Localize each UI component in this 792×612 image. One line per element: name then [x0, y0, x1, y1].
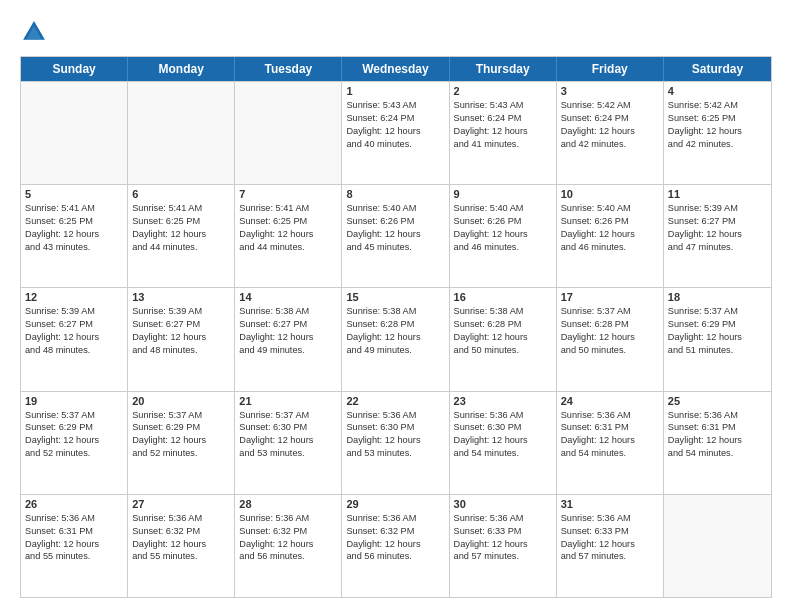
- week-row-3: 19Sunrise: 5:37 AM Sunset: 6:29 PM Dayli…: [21, 391, 771, 494]
- week-row-0: 1Sunrise: 5:43 AM Sunset: 6:24 PM Daylig…: [21, 81, 771, 184]
- calendar-cell: 18Sunrise: 5:37 AM Sunset: 6:29 PM Dayli…: [664, 288, 771, 390]
- page: SundayMondayTuesdayWednesdayThursdayFrid…: [0, 0, 792, 612]
- calendar-cell: [21, 82, 128, 184]
- calendar-cell: 14Sunrise: 5:38 AM Sunset: 6:27 PM Dayli…: [235, 288, 342, 390]
- calendar-cell: 5Sunrise: 5:41 AM Sunset: 6:25 PM Daylig…: [21, 185, 128, 287]
- cell-info: Sunrise: 5:36 AM Sunset: 6:33 PM Dayligh…: [561, 513, 635, 562]
- calendar-cell: 24Sunrise: 5:36 AM Sunset: 6:31 PM Dayli…: [557, 392, 664, 494]
- cell-info: Sunrise: 5:41 AM Sunset: 6:25 PM Dayligh…: [25, 203, 99, 252]
- calendar-cell: 21Sunrise: 5:37 AM Sunset: 6:30 PM Dayli…: [235, 392, 342, 494]
- week-row-2: 12Sunrise: 5:39 AM Sunset: 6:27 PM Dayli…: [21, 287, 771, 390]
- day-number: 22: [346, 395, 444, 407]
- cell-info: Sunrise: 5:43 AM Sunset: 6:24 PM Dayligh…: [346, 100, 420, 149]
- cell-info: Sunrise: 5:39 AM Sunset: 6:27 PM Dayligh…: [25, 306, 99, 355]
- calendar-cell: 27Sunrise: 5:36 AM Sunset: 6:32 PM Dayli…: [128, 495, 235, 597]
- calendar-cell: 8Sunrise: 5:40 AM Sunset: 6:26 PM Daylig…: [342, 185, 449, 287]
- day-number: 23: [454, 395, 552, 407]
- cell-info: Sunrise: 5:39 AM Sunset: 6:27 PM Dayligh…: [668, 203, 742, 252]
- week-row-1: 5Sunrise: 5:41 AM Sunset: 6:25 PM Daylig…: [21, 184, 771, 287]
- day-number: 20: [132, 395, 230, 407]
- calendar-cell: 4Sunrise: 5:42 AM Sunset: 6:25 PM Daylig…: [664, 82, 771, 184]
- calendar-header: SundayMondayTuesdayWednesdayThursdayFrid…: [21, 57, 771, 81]
- day-number: 18: [668, 291, 767, 303]
- day-number: 19: [25, 395, 123, 407]
- day-number: 4: [668, 85, 767, 97]
- calendar-cell: 23Sunrise: 5:36 AM Sunset: 6:30 PM Dayli…: [450, 392, 557, 494]
- header-day-monday: Monday: [128, 57, 235, 81]
- calendar-cell: 28Sunrise: 5:36 AM Sunset: 6:32 PM Dayli…: [235, 495, 342, 597]
- cell-info: Sunrise: 5:37 AM Sunset: 6:29 PM Dayligh…: [668, 306, 742, 355]
- cell-info: Sunrise: 5:36 AM Sunset: 6:32 PM Dayligh…: [132, 513, 206, 562]
- cell-info: Sunrise: 5:37 AM Sunset: 6:29 PM Dayligh…: [132, 410, 206, 459]
- cell-info: Sunrise: 5:38 AM Sunset: 6:27 PM Dayligh…: [239, 306, 313, 355]
- calendar-cell: 7Sunrise: 5:41 AM Sunset: 6:25 PM Daylig…: [235, 185, 342, 287]
- calendar-cell: [664, 495, 771, 597]
- calendar-cell: 25Sunrise: 5:36 AM Sunset: 6:31 PM Dayli…: [664, 392, 771, 494]
- cell-info: Sunrise: 5:38 AM Sunset: 6:28 PM Dayligh…: [454, 306, 528, 355]
- day-number: 30: [454, 498, 552, 510]
- header-day-tuesday: Tuesday: [235, 57, 342, 81]
- cell-info: Sunrise: 5:36 AM Sunset: 6:31 PM Dayligh…: [668, 410, 742, 459]
- calendar-body: 1Sunrise: 5:43 AM Sunset: 6:24 PM Daylig…: [21, 81, 771, 597]
- cell-info: Sunrise: 5:36 AM Sunset: 6:30 PM Dayligh…: [454, 410, 528, 459]
- calendar-cell: 22Sunrise: 5:36 AM Sunset: 6:30 PM Dayli…: [342, 392, 449, 494]
- cell-info: Sunrise: 5:37 AM Sunset: 6:29 PM Dayligh…: [25, 410, 99, 459]
- day-number: 9: [454, 188, 552, 200]
- calendar-cell: 1Sunrise: 5:43 AM Sunset: 6:24 PM Daylig…: [342, 82, 449, 184]
- calendar: SundayMondayTuesdayWednesdayThursdayFrid…: [20, 56, 772, 598]
- day-number: 12: [25, 291, 123, 303]
- cell-info: Sunrise: 5:40 AM Sunset: 6:26 PM Dayligh…: [346, 203, 420, 252]
- logo-icon: [20, 18, 48, 46]
- calendar-cell: 9Sunrise: 5:40 AM Sunset: 6:26 PM Daylig…: [450, 185, 557, 287]
- header-day-saturday: Saturday: [664, 57, 771, 81]
- day-number: 25: [668, 395, 767, 407]
- week-row-4: 26Sunrise: 5:36 AM Sunset: 6:31 PM Dayli…: [21, 494, 771, 597]
- cell-info: Sunrise: 5:36 AM Sunset: 6:32 PM Dayligh…: [239, 513, 313, 562]
- day-number: 3: [561, 85, 659, 97]
- cell-info: Sunrise: 5:41 AM Sunset: 6:25 PM Dayligh…: [132, 203, 206, 252]
- day-number: 17: [561, 291, 659, 303]
- calendar-cell: 31Sunrise: 5:36 AM Sunset: 6:33 PM Dayli…: [557, 495, 664, 597]
- cell-info: Sunrise: 5:37 AM Sunset: 6:30 PM Dayligh…: [239, 410, 313, 459]
- logo: [20, 18, 52, 46]
- day-number: 10: [561, 188, 659, 200]
- calendar-cell: 16Sunrise: 5:38 AM Sunset: 6:28 PM Dayli…: [450, 288, 557, 390]
- calendar-cell: 19Sunrise: 5:37 AM Sunset: 6:29 PM Dayli…: [21, 392, 128, 494]
- cell-info: Sunrise: 5:41 AM Sunset: 6:25 PM Dayligh…: [239, 203, 313, 252]
- day-number: 7: [239, 188, 337, 200]
- calendar-cell: 11Sunrise: 5:39 AM Sunset: 6:27 PM Dayli…: [664, 185, 771, 287]
- cell-info: Sunrise: 5:42 AM Sunset: 6:25 PM Dayligh…: [668, 100, 742, 149]
- day-number: 27: [132, 498, 230, 510]
- cell-info: Sunrise: 5:36 AM Sunset: 6:32 PM Dayligh…: [346, 513, 420, 562]
- cell-info: Sunrise: 5:40 AM Sunset: 6:26 PM Dayligh…: [561, 203, 635, 252]
- day-number: 29: [346, 498, 444, 510]
- calendar-cell: 20Sunrise: 5:37 AM Sunset: 6:29 PM Dayli…: [128, 392, 235, 494]
- calendar-cell: 30Sunrise: 5:36 AM Sunset: 6:33 PM Dayli…: [450, 495, 557, 597]
- day-number: 6: [132, 188, 230, 200]
- calendar-cell: 15Sunrise: 5:38 AM Sunset: 6:28 PM Dayli…: [342, 288, 449, 390]
- header-day-thursday: Thursday: [450, 57, 557, 81]
- day-number: 26: [25, 498, 123, 510]
- calendar-cell: 10Sunrise: 5:40 AM Sunset: 6:26 PM Dayli…: [557, 185, 664, 287]
- cell-info: Sunrise: 5:42 AM Sunset: 6:24 PM Dayligh…: [561, 100, 635, 149]
- calendar-cell: 2Sunrise: 5:43 AM Sunset: 6:24 PM Daylig…: [450, 82, 557, 184]
- calendar-cell: 6Sunrise: 5:41 AM Sunset: 6:25 PM Daylig…: [128, 185, 235, 287]
- calendar-cell: 3Sunrise: 5:42 AM Sunset: 6:24 PM Daylig…: [557, 82, 664, 184]
- day-number: 28: [239, 498, 337, 510]
- cell-info: Sunrise: 5:43 AM Sunset: 6:24 PM Dayligh…: [454, 100, 528, 149]
- cell-info: Sunrise: 5:36 AM Sunset: 6:31 PM Dayligh…: [25, 513, 99, 562]
- calendar-cell: [235, 82, 342, 184]
- day-number: 8: [346, 188, 444, 200]
- cell-info: Sunrise: 5:37 AM Sunset: 6:28 PM Dayligh…: [561, 306, 635, 355]
- cell-info: Sunrise: 5:38 AM Sunset: 6:28 PM Dayligh…: [346, 306, 420, 355]
- header-day-friday: Friday: [557, 57, 664, 81]
- day-number: 14: [239, 291, 337, 303]
- day-number: 15: [346, 291, 444, 303]
- calendar-cell: 13Sunrise: 5:39 AM Sunset: 6:27 PM Dayli…: [128, 288, 235, 390]
- calendar-cell: 12Sunrise: 5:39 AM Sunset: 6:27 PM Dayli…: [21, 288, 128, 390]
- day-number: 24: [561, 395, 659, 407]
- cell-info: Sunrise: 5:36 AM Sunset: 6:30 PM Dayligh…: [346, 410, 420, 459]
- day-number: 16: [454, 291, 552, 303]
- calendar-cell: [128, 82, 235, 184]
- cell-info: Sunrise: 5:39 AM Sunset: 6:27 PM Dayligh…: [132, 306, 206, 355]
